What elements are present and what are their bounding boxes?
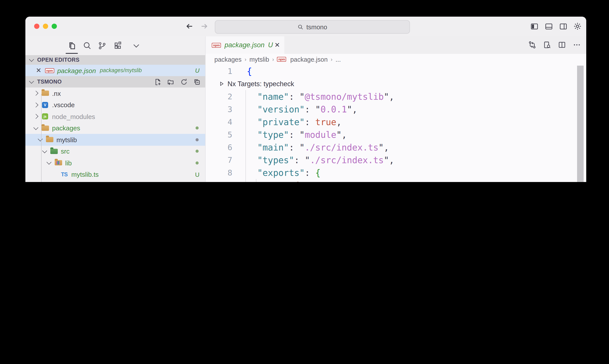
chevron-down-icon [29, 79, 34, 84]
search-value: tsmono [306, 23, 327, 30]
git-change-dot [195, 161, 199, 165]
open-editor-filename: package.json [57, 67, 96, 74]
chevron-down-icon [33, 125, 39, 130]
breadcrumb-item[interactable]: packages [214, 56, 242, 63]
tree-item-node-modules[interactable]: jsnode_modules [25, 111, 205, 122]
toggle-primary-sidebar-icon[interactable] [530, 22, 539, 31]
open-editor-item[interactable]: ✕ npm package.json packages/mytslib U [25, 65, 205, 76]
command-center-search[interactable]: tsmono [215, 20, 410, 34]
close-icon[interactable]: ✕ [36, 66, 41, 74]
chevron-right-icon [33, 91, 39, 96]
chevron-right-icon [33, 114, 39, 119]
folder-icon [46, 137, 53, 143]
chevron-right-icon [33, 102, 39, 107]
line-number: 3 [206, 104, 232, 114]
src-folder-icon [50, 149, 58, 154]
forward-button[interactable] [199, 21, 209, 31]
line-number: 4 [206, 117, 232, 126]
open-editors-header[interactable]: OPEN EDITORS [25, 55, 205, 65]
nodejs-icon: js [42, 114, 48, 120]
code-line-1[interactable]: 1{ [206, 65, 586, 78]
git-status-badge: U [195, 67, 199, 74]
extensions-icon[interactable] [112, 40, 123, 51]
code-line-6[interactable]: 6 "main": "./src/index.ts", [206, 141, 586, 154]
zoom-window-button[interactable] [52, 24, 57, 29]
npm-icon: npm [212, 43, 221, 48]
code-line-2[interactable]: 2 "name": "@tsmono/mytslib", [206, 90, 586, 103]
code-line-7[interactable]: 7 "types": "./src/index.ts", [206, 154, 586, 166]
tree-item-mytslib-ts[interactable]: TSmytslib.tsU [25, 169, 205, 180]
tree-item-label: .nx [52, 90, 61, 97]
tree-item-packages[interactable]: packages [25, 122, 205, 134]
back-button[interactable] [185, 21, 194, 31]
npm-icon: npm [45, 68, 54, 73]
active-view-underline [66, 53, 78, 54]
search-icon [298, 24, 304, 30]
tree-item-lib[interactable]: lib [25, 157, 205, 169]
search-panel-icon[interactable] [82, 40, 92, 51]
tree-item--nx[interactable]: .nx [25, 88, 205, 99]
line-number: 6 [206, 143, 232, 152]
breadcrumb-item[interactable]: mytslib [249, 56, 269, 63]
git-change-dot [195, 138, 199, 141]
editor-area: npm package.json U ✕ [206, 36, 586, 182]
tree-item-index-ts[interactable]: TSindex.tsU [25, 180, 205, 182]
breadcrumb-item[interactable]: package.json [290, 56, 328, 63]
npm-icon: npm [277, 57, 286, 62]
collapse-all-icon[interactable] [193, 78, 201, 86]
open-changes-icon[interactable] [528, 40, 536, 49]
breadcrumb-item[interactable]: ... [336, 56, 341, 63]
new-folder-icon[interactable] [167, 78, 175, 86]
code-editor[interactable]: 1{Nx Targets: typecheck2 "name": "@tsmon… [206, 65, 586, 182]
tree-item-label: mytslib.ts [71, 171, 99, 178]
more-actions-icon[interactable] [572, 40, 581, 49]
more-views-chevron-icon[interactable] [131, 40, 141, 51]
open-preview-icon[interactable] [543, 40, 551, 49]
toggle-secondary-sidebar-icon[interactable] [559, 22, 568, 31]
tree-item-mytslib[interactable]: mytslib [25, 134, 205, 145]
refresh-icon[interactable] [180, 78, 188, 86]
tree-item-label: packages [52, 124, 80, 132]
line-number: 8 [206, 168, 232, 177]
code-line-5[interactable]: 5 "type": "module", [206, 128, 586, 141]
toggle-panel-icon[interactable] [544, 22, 553, 31]
app-window: tsmono [25, 17, 586, 182]
new-file-icon[interactable] [154, 78, 161, 86]
code-line-3[interactable]: 3 "version": "0.0.1", [206, 103, 586, 116]
tab-git-badge: U [268, 41, 273, 49]
chevron-down-icon [42, 148, 47, 153]
lib-folder-icon [54, 160, 62, 166]
workspace-title: TSMONO [37, 79, 62, 85]
code-line-8[interactable]: 8 "exports": { [206, 166, 586, 179]
code-line-9[interactable]: 9 ".": { [206, 179, 586, 182]
minimize-window-button[interactable] [43, 24, 48, 29]
screen: tsmono [0, 0, 609, 182]
explorer-icon[interactable] [66, 40, 77, 51]
vertical-scrollbar[interactable] [577, 66, 584, 182]
tree-item--vscode[interactable]: V.vscode [25, 99, 205, 111]
title-bar: tsmono [25, 17, 586, 36]
sidebar: OPEN EDITORS ✕ npm package.json packages… [25, 36, 206, 182]
codelens-nx-targets[interactable]: Nx Targets: typecheck [206, 78, 586, 90]
close-tab-icon[interactable]: ✕ [274, 41, 280, 49]
code-line-4[interactable]: 4 "private": true, [206, 116, 586, 128]
tree-item-label: lib [65, 159, 72, 167]
line-number: 1 [206, 66, 232, 76]
split-editor-icon[interactable] [557, 40, 566, 49]
source-control-icon[interactable] [97, 40, 107, 51]
tree-item-label: .vscode [52, 101, 75, 109]
tree-item-label: node_modules [52, 113, 95, 120]
typescript-icon: TS [61, 171, 68, 178]
open-editor-path: packages/mytslib [100, 67, 142, 74]
explorer-section-header[interactable]: TSMONO [25, 76, 205, 88]
file-tree: .nxV.vscodejsnode_modulespackagesmytslib… [25, 88, 205, 182]
close-window-button[interactable] [34, 24, 39, 29]
tab-package-json[interactable]: npm package.json U ✕ [206, 36, 284, 54]
breadcrumb-separator: › [245, 56, 246, 62]
git-change-dot [195, 150, 199, 153]
line-number: 7 [206, 155, 232, 165]
folder-icon [41, 126, 49, 131]
tree-item-src[interactable]: src [25, 145, 205, 157]
settings-gear-icon[interactable] [573, 22, 582, 31]
run-icon [219, 81, 224, 87]
